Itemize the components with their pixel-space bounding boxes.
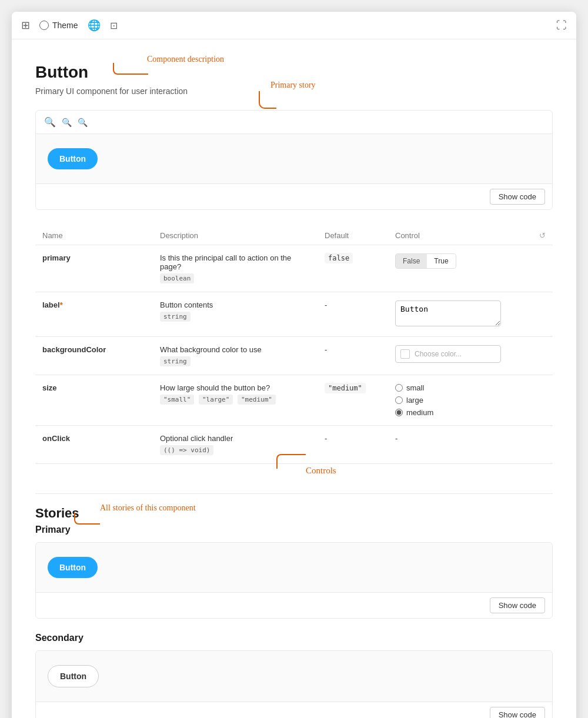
theme-circle-icon: [39, 21, 49, 30]
annotation-all-stories: All stories of this component: [100, 503, 196, 513]
prop-name-cell: label*: [35, 292, 153, 337]
th-description: Description: [153, 226, 318, 245]
table-row: primary Is this the principal call to ac…: [35, 245, 553, 292]
annotation-primary-story: Primary story: [270, 81, 316, 90]
globe-icon[interactable]: 🌐: [88, 19, 101, 32]
toggle-true-option[interactable]: True: [427, 254, 455, 268]
label-textarea[interactable]: Button: [395, 300, 501, 326]
reset-icon[interactable]: ↺: [539, 231, 546, 240]
controls-section: Name Description Default Control ↺: [35, 226, 553, 464]
size-radio-group: small large medium: [395, 383, 546, 417]
prop-desc-cell: Button contents string: [153, 292, 318, 337]
prop-control-cell: Choose color...: [388, 337, 553, 375]
prop-desc-cell: Is this the principal call to action on …: [153, 245, 318, 292]
story-secondary-preview: Button Show code: [35, 650, 553, 718]
toolbar: ⊞ Theme 🌐 ⊡ ⛶: [12, 12, 576, 39]
show-code-button-top[interactable]: Show code: [490, 189, 545, 205]
story-primary-show-code-button[interactable]: Show code: [490, 597, 545, 613]
table-row: backgroundColor What background color to…: [35, 337, 553, 375]
radio-medium[interactable]: medium: [395, 408, 546, 417]
prop-control-cell: small large medium: [388, 375, 553, 426]
prop-name-cell: onClick: [35, 426, 153, 464]
story-secondary: Secondary Button Show code: [35, 633, 553, 718]
prop-default-cell: -: [318, 337, 388, 375]
preview-content: Button: [36, 134, 552, 183]
main-content: Button Component description Primary sto…: [12, 39, 576, 718]
stories-section: Stories All stories of this component Pr…: [35, 493, 553, 718]
story-primary-preview: Button Show code: [35, 542, 553, 619]
prop-default-cell: -: [318, 292, 388, 337]
title-section: Button Component description Primary sto…: [35, 63, 553, 82]
story-primary-button[interactable]: Button: [48, 557, 98, 578]
show-code-bar-top: Show code: [36, 183, 552, 209]
main-window: ⊞ Theme 🌐 ⊡ ⛶ Button Component descripti…: [12, 12, 576, 718]
prop-default-cell: -: [318, 426, 388, 464]
prop-default-cell: "medium": [318, 375, 388, 426]
zoom-reset-icon[interactable]: 🔍: [78, 118, 88, 127]
prop-name-cell: size: [35, 375, 153, 426]
prop-default-cell: false: [318, 245, 388, 292]
story-primary-title-container: Primary: [35, 525, 553, 535]
th-name: Name: [35, 226, 153, 245]
annotation-component-desc: Component description: [147, 55, 224, 64]
color-picker[interactable]: Choose color...: [395, 345, 501, 363]
stories-title-container: Stories All stories of this component: [35, 506, 553, 521]
story-secondary-show-code-bar: Show code: [36, 702, 552, 718]
table-row: size How large should the button be? "sm…: [35, 375, 553, 426]
story-secondary-show-code-button[interactable]: Show code: [490, 707, 545, 718]
story-secondary-button[interactable]: Button: [48, 665, 99, 687]
prop-control-cell: -: [388, 426, 553, 464]
preview-primary-button[interactable]: Button: [48, 148, 98, 169]
table-row: label* Button contents string - Button: [35, 292, 553, 337]
prop-control-cell: False True: [388, 245, 553, 292]
prop-desc-cell: What background color to use string: [153, 337, 318, 375]
radio-large[interactable]: large: [395, 396, 546, 405]
prop-name-cell: primary: [35, 245, 153, 292]
toggle-control[interactable]: False True: [395, 253, 456, 269]
theme-selector[interactable]: Theme: [39, 21, 78, 30]
zoom-out-icon[interactable]: 🔍: [62, 118, 72, 127]
story-secondary-title-container: Secondary: [35, 633, 553, 643]
theme-label: Theme: [52, 21, 78, 30]
th-control: Control ↺: [388, 226, 553, 245]
annotation-controls: Controls: [306, 466, 336, 476]
color-placeholder: Choose color...: [415, 350, 462, 358]
color-swatch: [400, 349, 410, 359]
radio-small[interactable]: small: [395, 383, 546, 392]
story-primary-title: Primary: [35, 525, 553, 535]
th-default: Default: [318, 226, 388, 245]
layout-icon[interactable]: ⊡: [110, 20, 118, 31]
grid-icon[interactable]: ⊞: [21, 19, 30, 32]
story-primary: Primary Button Show code: [35, 525, 553, 619]
prop-control-cell: Button: [388, 292, 553, 337]
story-secondary-title: Secondary: [35, 633, 553, 643]
story-primary-content: Button: [36, 543, 552, 592]
prop-name-cell: backgroundColor: [35, 337, 153, 375]
toggle-false-option[interactable]: False: [396, 254, 427, 268]
preview-toolbar: 🔍 🔍 🔍: [36, 111, 552, 134]
story-secondary-content: Button: [36, 651, 552, 702]
controls-table: Name Description Default Control ↺: [35, 226, 553, 464]
prop-desc-cell: How large should the button be? "small" …: [153, 375, 318, 426]
zoom-in-icon[interactable]: 🔍: [44, 116, 56, 128]
story-primary-show-code-bar: Show code: [36, 592, 552, 618]
expand-icon[interactable]: ⛶: [556, 19, 567, 32]
primary-preview-box: 🔍 🔍 🔍 Button Show code: [35, 110, 553, 210]
